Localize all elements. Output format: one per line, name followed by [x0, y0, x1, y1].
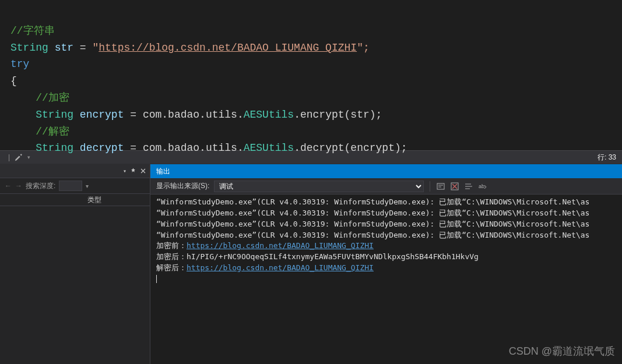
output-line: “WinformStudyDemo.exe”(CLR v4.0.30319: W…	[156, 208, 589, 217]
operator: =	[73, 42, 92, 54]
indent	[10, 109, 36, 121]
variable: encrypt	[80, 109, 124, 121]
type-keyword: String	[36, 142, 73, 154]
string-end: ";	[357, 42, 370, 54]
brush-icon[interactable]	[15, 153, 23, 161]
variable: decrypt	[80, 142, 124, 154]
expr: com.badao.utils.	[143, 142, 244, 154]
output-cipher-value: hI/PIG/+rNC9OOqeqSILf4txnymyEAWa5FUVtBMY…	[187, 252, 479, 261]
dropdown-icon[interactable]: ▾	[27, 154, 30, 160]
call: .encrypt(str);	[294, 109, 382, 121]
class-name: AESUtils	[244, 142, 294, 154]
keyword-try: try	[10, 58, 29, 70]
divider-icon: |	[8, 153, 10, 161]
svg-text:ab: ab	[479, 183, 484, 189]
nav-back-icon[interactable]: ←	[5, 182, 12, 190]
dropdown-icon[interactable]: ▾	[86, 183, 89, 189]
output-panel: 输出 显示输出来源(S): 调试 ab “WinformStudyDemo.ex…	[150, 164, 622, 364]
output-toolbar: 显示输出来源(S): 调试 ab	[150, 178, 622, 195]
code-editor[interactable]: //字符串 String str = "https://blog.csdn.ne…	[0, 0, 622, 150]
cursor-position: 行: 33	[598, 153, 616, 162]
side-toolbar: ← → 搜索深度: ▾	[0, 178, 150, 193]
close-icon[interactable]	[140, 168, 146, 174]
toggle-wrap-icon[interactable]	[464, 182, 473, 191]
output-before-label: 加密前：	[156, 241, 187, 250]
side-panel-body[interactable]	[0, 206, 150, 364]
comment: //字符串	[10, 25, 55, 37]
expr: com.badao.utils.	[143, 109, 244, 121]
ab-icon[interactable]: ab	[478, 182, 487, 191]
panel-header: ▾	[0, 164, 150, 178]
search-depth-label: 搜索深度:	[26, 181, 55, 191]
output-line: “WinformStudyDemo.exe”(CLR v4.0.30319: W…	[156, 220, 589, 228]
output-url-link[interactable]: https://blog.csdn.net/BADAO_LIUMANG_QIZH…	[187, 263, 374, 272]
search-depth-input[interactable]	[59, 181, 82, 191]
svg-rect-0	[437, 183, 444, 189]
column-type[interactable]: 类型	[87, 195, 101, 205]
operator: =	[124, 109, 142, 121]
find-message-icon[interactable]	[436, 182, 445, 191]
clear-all-icon[interactable]	[450, 182, 459, 191]
output-source-select[interactable]: 调试	[214, 181, 424, 192]
type-keyword: String	[36, 109, 73, 121]
text-caret	[156, 275, 157, 283]
indent	[10, 142, 36, 154]
output-line: “WinformStudyDemo.exe”(CLR v4.0.30319: W…	[156, 197, 589, 206]
output-title: 输出	[156, 167, 170, 176]
output-source-label: 显示输出来源(S):	[156, 181, 209, 191]
output-body[interactable]: “WinformStudyDemo.exe”(CLR v4.0.30319: W…	[150, 195, 622, 364]
class-name: AESUtils	[244, 109, 294, 121]
comment: //加密	[10, 92, 69, 104]
output-url-link[interactable]: https://blog.csdn.net/BADAO_LIUMANG_QIZH…	[187, 241, 374, 250]
string-url[interactable]: https://blog.csdn.net/BADAO_LIUMANG_QIZH…	[99, 42, 357, 54]
pin-icon[interactable]	[130, 168, 136, 174]
brace: {	[10, 75, 17, 87]
dropdown-icon[interactable]: ▾	[123, 168, 126, 175]
operator: =	[124, 142, 142, 154]
side-columns-header: 类型	[0, 193, 150, 206]
output-cipher-label: 加密后：	[156, 252, 187, 261]
type-keyword: String	[10, 42, 48, 54]
string-quote: "	[92, 42, 99, 54]
variable: str	[55, 42, 73, 54]
toolbar-separator	[430, 181, 430, 192]
side-panel: ▾ ← → 搜索深度: ▾ 类型	[0, 164, 150, 364]
nav-forward-icon[interactable]: →	[15, 182, 22, 190]
call: .decrypt(encrypt);	[294, 142, 407, 154]
output-after-label: 解密后：	[156, 263, 187, 272]
output-title-bar[interactable]: 输出	[150, 164, 622, 178]
comment: //解密	[10, 126, 69, 137]
output-line: “WinformStudyDemo.exe”(CLR v4.0.30319: W…	[156, 231, 589, 239]
